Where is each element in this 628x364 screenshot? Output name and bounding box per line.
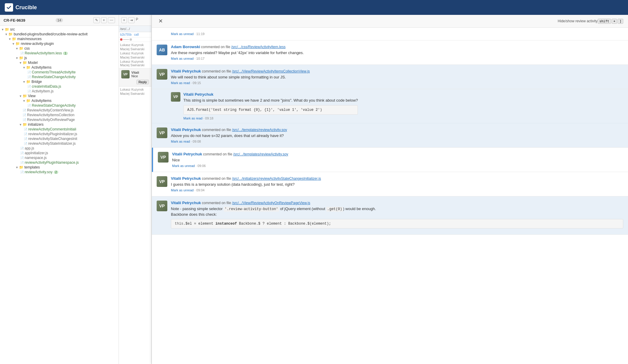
tree-label: bundled-plugins/bundled/crucible-review-… xyxy=(14,32,88,36)
tree-item-reviewactivitystatechanges[interactable]: 📄 reviewActivityStateChangesInit xyxy=(0,136,119,141)
file-icon: 📄 xyxy=(23,118,26,122)
tree-item-js[interactable]: ▼ 📁 js xyxy=(0,56,119,60)
diff-add-button[interactable]: + xyxy=(121,17,127,23)
comment-text: Are these margins related? Maybe put '42… xyxy=(171,50,623,56)
diff-author2d: Maciej Swinarski xyxy=(120,92,150,95)
comment-item-vitalii5: VP Vitalii Petrychuk commented on file /… xyxy=(152,196,628,235)
nested-comment: VP Vitalii Petrychuk This string is simp… xyxy=(152,89,628,123)
tree-item-activityitems[interactable]: ▼ 📁 ActivityItems xyxy=(0,65,119,70)
tree-label: createInitialData.js xyxy=(32,84,61,89)
mark-unread-link[interactable]: Mark as unread xyxy=(171,57,193,60)
tree-item-appinitializer[interactable]: 📄 appInitializer.js xyxy=(0,151,119,155)
tree-item-bundled[interactable]: ▼ 📁 bundled-plugins/bundled/crucible-rev… xyxy=(0,32,119,37)
comment-header: Vitalii Petrychuk commented on file /src… xyxy=(171,176,623,181)
mark-read-link[interactable]: Mark as read xyxy=(183,116,202,120)
inline-code2: .get(0) xyxy=(326,207,343,212)
avatar: AB xyxy=(157,45,167,55)
app-logo[interactable]: Crucible xyxy=(5,3,37,12)
comment-body: Vitalii Petrychuk commented on file /src… xyxy=(171,69,623,85)
tree-item-reviewactivitycontent[interactable]: 📄 ReviewActivityContentView.js xyxy=(0,108,119,113)
file-icon: 📄 xyxy=(20,156,24,160)
tree-item-reviewstatechange[interactable]: 📄 ReviewStateChangeActivity xyxy=(0,75,119,79)
comment-file-ref[interactable]: /src/.../View/ReviewActivityItemsCollect… xyxy=(232,69,310,73)
tree-item-model[interactable]: ▼ 📁 Model xyxy=(0,60,119,65)
comment-header: Vitalii Petrychuk commented on file /src… xyxy=(171,69,623,73)
comment-file-ref[interactable]: /src/.../templates/reviewActivity.soy xyxy=(233,152,288,156)
tree-label: View xyxy=(28,94,36,98)
tree-item-commentsthread[interactable]: 📄 CommentsThreadActivityIte xyxy=(0,70,119,75)
diff-connector-row xyxy=(119,37,151,42)
review-id: CR-FE-9639 xyxy=(4,18,25,23)
tree-label: ReviewActivityItem.less xyxy=(25,51,62,55)
tree-item-view[interactable]: ▼ 📁 View xyxy=(0,94,119,98)
folder-icon: 📁 xyxy=(26,99,31,103)
mark-unread-link[interactable]: Mark as unread xyxy=(171,188,193,192)
tree-label: main/resources xyxy=(17,37,42,41)
tree-label: reviewActivityCommentsInitiali xyxy=(28,127,76,131)
comment-file-ref[interactable]: /src/.../View/ReviewActivityOnReviewPage… xyxy=(232,201,310,205)
diff-author-rows: Lukasz Kuzynsk Maciej Swinarski Lukasz K… xyxy=(119,42,151,68)
more-button[interactable]: ⋯ xyxy=(108,17,115,23)
tree-item-app[interactable]: 📄 app.js xyxy=(0,146,119,151)
arrow-icon: ▼ xyxy=(19,94,22,98)
avatar: VP xyxy=(157,201,167,211)
diff-author2b: Maciej Swinarski xyxy=(120,56,150,59)
tree-item-reviewactivityonreviewpage[interactable]: 📄 ReviewActivityOnReviewPage xyxy=(0,117,119,122)
tree-item-createinitialdata[interactable]: 📄 createInitialData.js xyxy=(0,84,119,89)
diff-expand-button[interactable]: ⇥ xyxy=(128,17,135,23)
diff-row: b2b755b ca8 xyxy=(119,32,151,37)
tree-label: ReviewActivityOnReviewPage xyxy=(27,118,75,122)
file-icon: 📄 xyxy=(24,133,27,136)
tree-item-src[interactable]: ▼ 📁 src xyxy=(0,27,119,32)
tree-item-bridge[interactable]: ▼ 📁 Bridge xyxy=(0,79,119,84)
folder-icon: 📁 xyxy=(12,37,16,41)
tree-label: appInitializer.js xyxy=(25,151,48,155)
comment-author: Vitalii Petrychuk xyxy=(172,152,202,156)
tree-item-reviewactivityplugin[interactable]: 📄 reviewActivityPluginInitializer.js xyxy=(0,132,119,136)
tree-item-namespace[interactable]: 📄 namespace.js xyxy=(0,155,119,160)
comment-meta: Mark as unread · 09:06 xyxy=(172,164,623,168)
mark-read-link[interactable]: Mark as read xyxy=(171,140,190,143)
tree-item-reviewactivitysoy[interactable]: 📄 reviewActivity.soy 2 xyxy=(0,170,119,174)
diff-hash2: ca8 xyxy=(134,33,139,36)
tree-item-templates[interactable]: ▼ 📁 templates xyxy=(0,165,119,170)
tree-item-css[interactable]: ▼ 📁 css xyxy=(0,46,119,51)
comment-file-ref[interactable]: /src/.../css/ReviewActivityItem.less xyxy=(231,45,286,49)
tree-item-rap[interactable]: ▼ 📁 review-activity-plugin xyxy=(0,41,119,46)
nested-code-block: AJS.format('test string format {0}, {1}'… xyxy=(183,105,358,115)
file-icon: 📄 xyxy=(27,71,31,74)
file-icon: 📄 xyxy=(20,52,24,55)
comment-text: Above you do not have s=32 param, does t… xyxy=(171,133,623,138)
tree-item-reviewactivitystate[interactable]: 📄 reviewActivityStateInitializer.js xyxy=(0,141,119,146)
file-icon: 📄 xyxy=(24,137,27,141)
reply-button[interactable]: Reply xyxy=(136,80,149,84)
add-button[interactable]: + xyxy=(101,17,107,23)
folder-icon: 📁 xyxy=(26,65,31,70)
tree-item-activityitem[interactable]: 📄 ActivityItem.js xyxy=(0,89,119,94)
close-button[interactable]: ✕ xyxy=(157,17,165,25)
tree-item-reviewactivityitemscollection[interactable]: 📄 ReviewActivityItemsCollection xyxy=(0,113,119,117)
folder-icon: 📁 xyxy=(5,27,9,31)
tree-item-reviewstatechange2[interactable]: 📄 ReviewStateChangeActivity xyxy=(0,103,119,108)
comment-file-ref[interactable]: /src/.../templates/reviewActivity.soy xyxy=(232,128,287,132)
tree-item-reviewactivitypluginnamespace[interactable]: 📄 reviewActivityPluginNamespace.js xyxy=(0,160,119,165)
tree-item-reviewactivityitem[interactable]: 📄 ReviewActivityItem.less 1 xyxy=(0,51,119,56)
diff-path: /src/.../ xyxy=(119,26,151,32)
tree-item-activityitems2[interactable]: ▼ 📁 ActivityItems xyxy=(0,98,119,103)
tree-label: src xyxy=(10,27,15,31)
tree-item-reviewactivitycomments[interactable]: 📄 reviewActivityCommentsInitiali xyxy=(0,127,119,132)
tree-item-main[interactable]: ▼ 📁 main/resources xyxy=(0,37,119,41)
edit-button[interactable]: ✎ xyxy=(93,17,100,23)
comment-file-ref[interactable]: /src/.../initializers/reviewActivityStat… xyxy=(232,177,321,181)
comment-text: Nice xyxy=(172,157,623,163)
tree-label: CommentsThreadActivityIte xyxy=(32,70,75,74)
mark-unread-link[interactable]: Mark as unread xyxy=(172,164,195,168)
mark-unread-link[interactable]: Mark as unread xyxy=(171,32,193,36)
tree-item-initializers[interactable]: ▼ 📁 initializers xyxy=(0,122,119,127)
comment-meta: Mark as unread · 10:17 xyxy=(171,57,623,60)
comment-header: Vitalii Petrychuk commented on file /src… xyxy=(171,201,623,205)
mark-read-link[interactable]: Mark as read xyxy=(171,81,190,85)
folder-icon: 📁 xyxy=(23,94,27,98)
middle-panel: + ⇥ P /src/.../ b2b755b ca8 Lukasz Kuzyn… xyxy=(119,15,152,364)
arrow-icon: ▼ xyxy=(1,28,4,31)
